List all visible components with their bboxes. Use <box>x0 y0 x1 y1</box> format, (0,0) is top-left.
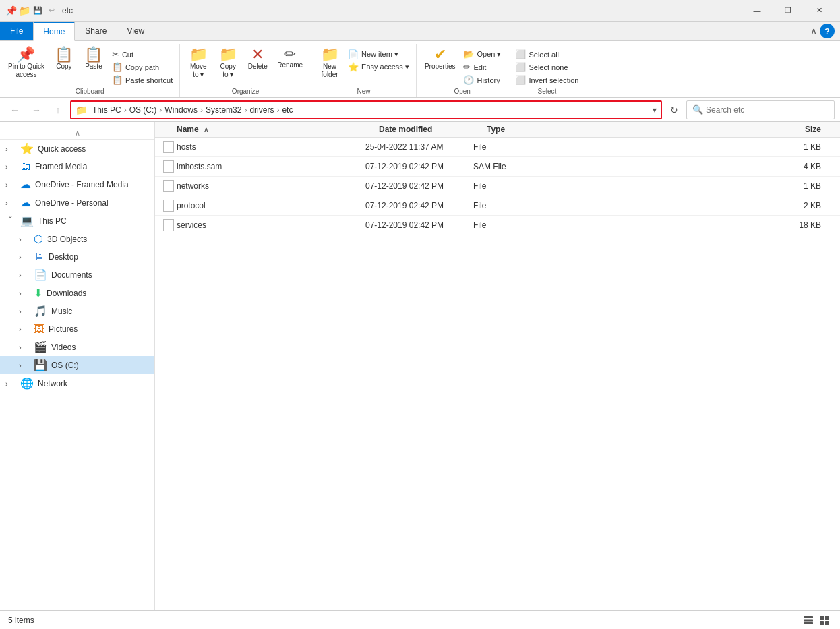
expand-3d-icon: › <box>19 235 30 243</box>
ribbon: 📌 Pin to Quickaccess 📋 Copy 📋 Paste ✂ Cu… <box>0 41 840 98</box>
sidebar-item-network[interactable]: › 🌐 Network <box>0 374 154 392</box>
expand-onedrive-framed-icon: › <box>5 181 16 189</box>
file-name: networks <box>177 181 365 191</box>
restore-button[interactable]: ❐ <box>773 0 804 22</box>
address-part-1[interactable]: OS (C:) <box>129 105 157 115</box>
paste-button[interactable]: 📋 Paste <box>80 45 108 73</box>
tab-share[interactable]: Share <box>75 22 117 40</box>
file-date: 07-12-2019 02:42 PM <box>365 220 473 230</box>
close-button[interactable]: ✕ <box>804 0 835 22</box>
expand-documents-icon: › <box>19 271 30 279</box>
sidebar-item-downloads[interactable]: › ⬇ Downloads <box>0 284 154 302</box>
history-button[interactable]: 🕐 History <box>460 73 504 86</box>
tab-file[interactable]: File <box>0 22 33 40</box>
invert-selection-button[interactable]: ⬜ Invert selection <box>512 73 581 86</box>
ribbon-group-clipboard: 📌 Pin to Quickaccess 📋 Copy 📋 Paste ✂ Cu… <box>0 44 180 97</box>
ribbon-collapse-icon[interactable]: ∧ <box>810 26 817 36</box>
sidebar-item-this-pc[interactable]: › 💻 This PC <box>0 212 154 230</box>
properties-button[interactable]: ✔ Properties <box>421 45 460 73</box>
copy-label: Copy <box>56 63 71 71</box>
cut-icon: ✂ <box>112 49 119 59</box>
file-type: File <box>473 181 554 191</box>
delete-button[interactable]: ✕ Delete <box>243 45 272 73</box>
search-icon: 🔍 <box>692 104 703 115</box>
address-part-0[interactable]: This PC <box>92 105 121 115</box>
sidebar-item-desktop[interactable]: › 🖥 Desktop <box>0 248 154 266</box>
sidebar-item-onedrive-framed[interactable]: › ☁ OneDrive - Framed Media <box>0 175 154 193</box>
svg-rect-5 <box>820 621 824 625</box>
title-undo-icon: ↩ <box>46 5 57 16</box>
address-part-3[interactable]: System32 <box>206 105 241 115</box>
table-row[interactable]: networks 07-12-2019 02:42 PM File 1 KB <box>155 177 840 196</box>
cut-button[interactable]: ✂ Cut <box>109 48 175 61</box>
copy-button[interactable]: 📋 Copy <box>50 45 78 73</box>
minimize-button[interactable]: — <box>742 0 773 22</box>
paste-shortcut-label: Paste shortcut <box>125 76 173 84</box>
forward-button[interactable]: → <box>27 100 46 119</box>
new-item-button[interactable]: 📄 New item ▾ <box>345 48 412 61</box>
address-part-4[interactable]: drivers <box>249 105 274 115</box>
pin-to-quick-access-button[interactable]: 📌 Pin to Quickaccess <box>4 45 49 81</box>
col-header-type[interactable]: Type <box>487 125 568 134</box>
large-icons-view-button[interactable] <box>817 613 832 628</box>
sidebar-item-music[interactable]: › 🎵 Music <box>0 302 154 320</box>
select-all-button[interactable]: ⬜ Select all <box>512 48 581 61</box>
select-all-icon: ⬜ <box>515 49 526 59</box>
address-part-5[interactable]: etc <box>282 105 293 115</box>
svg-rect-6 <box>825 621 829 625</box>
search-input[interactable] <box>706 105 829 115</box>
col-header-date[interactable]: Date modified <box>379 125 487 134</box>
sidebar-item-framed-media[interactable]: › 🗂 Framed Media <box>0 158 154 175</box>
search-bar[interactable]: 🔍 <box>686 100 835 119</box>
sidebar-collapse[interactable]: ∧ <box>0 127 154 140</box>
new-item-icon: 📄 <box>348 49 359 59</box>
table-row[interactable]: hosts 25-04-2022 11:37 AM File 1 KB <box>155 138 840 157</box>
delete-icon: ✕ <box>251 47 264 62</box>
expand-network-icon: › <box>5 380 16 388</box>
title-save-icon: 💾 <box>32 5 43 16</box>
file-list-header: Name ∧ Date modified Type Size <box>155 122 840 138</box>
rename-button[interactable]: ✏ Rename <box>273 45 307 71</box>
address-folder-icon: 📁 <box>76 104 87 115</box>
address-dropdown-icon[interactable]: ▾ <box>653 105 657 115</box>
copy-to-button[interactable]: 📁 Copyto ▾ <box>214 45 242 81</box>
back-button[interactable]: ← <box>5 100 24 119</box>
move-to-button[interactable]: 📁 Moveto ▾ <box>184 45 212 81</box>
table-row[interactable]: services 07-12-2019 02:42 PM File 18 KB <box>155 216 840 235</box>
new-group-label: New <box>357 88 370 97</box>
file-type: SAM File <box>473 162 554 171</box>
table-row[interactable]: protocol 07-12-2019 02:42 PM File 2 KB <box>155 196 840 216</box>
tab-home[interactable]: Home <box>33 22 75 41</box>
sep-4: › <box>276 105 279 115</box>
refresh-button[interactable]: ↻ <box>665 100 684 119</box>
select-none-button[interactable]: ⬜ Select none <box>512 61 581 73</box>
sidebar-item-quick-access[interactable]: › ⭐ Quick access <box>0 140 154 158</box>
address-bar[interactable]: 📁 This PC › OS (C:) › Windows › System32… <box>70 100 662 119</box>
sidebar-item-videos[interactable]: › 🎬 Videos <box>0 338 154 356</box>
sidebar-item-documents[interactable]: › 📄 Documents <box>0 266 154 284</box>
up-button[interactable]: ↑ <box>49 100 67 119</box>
sidebar-item-os-c[interactable]: › 💾 OS (C:) <box>0 356 154 374</box>
address-part-2[interactable]: Windows <box>164 105 198 115</box>
sidebar-item-pictures[interactable]: › 🖼 Pictures <box>0 320 154 338</box>
table-row[interactable]: lmhosts.sam 07-12-2019 02:42 PM SAM File… <box>155 157 840 177</box>
details-view-button[interactable] <box>801 613 816 628</box>
tab-view[interactable]: View <box>117 22 154 40</box>
expand-downloads-icon: › <box>19 289 30 297</box>
open-button[interactable]: 📂 Open ▾ <box>460 48 504 61</box>
paste-shortcut-button[interactable]: 📋 Paste shortcut <box>109 73 175 86</box>
col-header-size[interactable]: Size <box>568 125 835 134</box>
clipboard-items: 📌 Pin to Quickaccess 📋 Copy 📋 Paste ✂ Cu… <box>4 45 175 86</box>
svg-rect-1 <box>804 619 813 621</box>
desktop-icon: 🖥 <box>34 251 44 263</box>
new-folder-button[interactable]: 📁 Newfolder <box>316 45 344 81</box>
easy-access-button[interactable]: ⭐ Easy access ▾ <box>345 61 412 73</box>
copy-path-button[interactable]: 📋 Copy path <box>109 61 175 73</box>
svg-rect-4 <box>825 616 829 620</box>
col-header-name[interactable]: Name ∧ <box>177 125 379 134</box>
edit-button[interactable]: ✏ Edit <box>460 61 504 73</box>
help-icon[interactable]: ? <box>820 24 835 38</box>
sidebar-item-onedrive-personal[interactable]: › ☁ OneDrive - Personal <box>0 193 154 212</box>
title-text: etc <box>62 6 742 16</box>
sidebar-item-3d-objects[interactable]: › ⬡ 3D Objects <box>0 230 154 248</box>
